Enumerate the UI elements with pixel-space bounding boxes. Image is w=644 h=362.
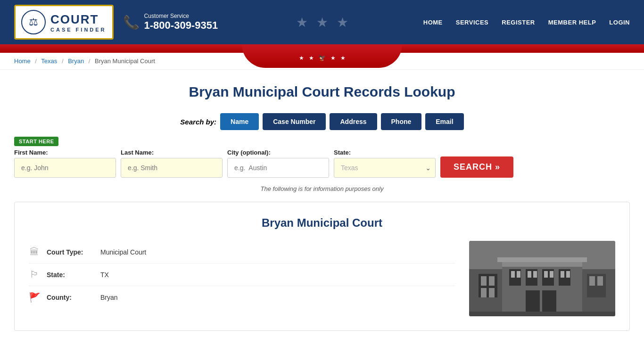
logo: ⚖ COURT CASE FINDER [14,5,114,40]
nav-login[interactable]: LOGIN [609,19,630,26]
svg-rect-16 [550,271,553,278]
breadcrumb-sep: / [35,58,37,65]
header-phone: 📞 Customer Service 1-800-309-9351 [123,13,218,32]
court-info-layout: 🏛 Court Type: Municipal Court 🏳 State: T… [29,241,615,316]
svg-rect-12 [528,271,531,278]
tab-address[interactable]: Address [330,113,377,130]
table-row: 🏛 Court Type: Municipal Court [29,241,455,263]
state-detail-value: TX [100,271,109,279]
county-value: Bryan [100,294,118,301]
star-icon: ★ [299,55,304,61]
nav-home[interactable]: HOME [423,19,443,26]
svg-rect-27 [469,312,615,316]
logo-emblem: ⚖ [21,10,46,34]
arch-bar: ★ ★ 🦅 ★ ★ [0,44,644,53]
site-header: ⚖ COURT CASE FINDER 📞 Customer Service 1… [0,0,644,44]
star-icon: ★ [337,15,348,30]
start-here-badge: START HERE [14,137,58,146]
court-type-value: Municipal Court [100,248,146,256]
state-group: State: Texas Alabama Alaska California F… [334,149,436,178]
svg-rect-26 [597,276,603,286]
svg-rect-4 [489,276,495,286]
court-type-icon: 🏛 [29,247,40,257]
svg-rect-9 [511,271,515,278]
breadcrumb-texas[interactable]: Texas [41,58,57,65]
phone-details: Customer Service 1-800-309-9351 [144,13,218,32]
header-decoration: ★ ★ ★ [296,15,348,30]
svg-rect-15 [544,271,548,278]
star-icon: ★ [309,55,314,61]
header-left: ⚖ COURT CASE FINDER 📞 Customer Service 1… [14,5,218,40]
phone-number: 1-800-309-9351 [144,19,218,32]
star-icon: ★ [296,15,308,30]
last-name-label: Last Name: [121,149,223,156]
main-content: Bryan Municipal Court Records Lookup Sea… [0,70,644,345]
nav-member-help[interactable]: MEMBER HELP [548,19,596,26]
search-button[interactable]: SEARCH » [440,156,513,178]
state-select[interactable]: Texas Alabama Alaska California Florida … [334,158,436,178]
last-name-group: Last Name: [121,149,223,178]
nav-services[interactable]: SERVICES [456,19,489,26]
logo-court-label: COURT [50,12,107,27]
svg-rect-13 [533,271,537,278]
search-section: START HERE First Name: Last Name: City (… [14,137,630,178]
svg-rect-25 [589,276,595,286]
last-name-input[interactable] [121,158,223,178]
main-nav: HOME SERVICES REGISTER MEMBER HELP LOGIN [423,19,630,26]
breadcrumb-current: Bryan Municipal Court [95,58,155,65]
svg-rect-18 [561,271,564,278]
svg-rect-23 [497,257,587,262]
phone-icon: 📞 [123,15,140,30]
state-wrapper: Texas Alabama Alaska California Florida … [334,158,436,178]
breadcrumb-home[interactable]: Home [14,58,31,65]
info-note: The following is for information purpose… [14,185,630,192]
logo-text: COURT CASE FINDER [50,12,107,33]
city-label: City (optional): [227,149,329,156]
stars-top: ★ ★ ★ [296,15,348,30]
building-illustration [469,241,615,316]
svg-rect-10 [517,271,520,278]
state-flag-icon: 🏳 [29,269,40,280]
breadcrumb-sep: / [62,58,64,65]
breadcrumb-sep: / [89,58,91,65]
star-icon: ★ [340,55,346,61]
state-label: State: [334,149,436,156]
logo-case-finder-label: CASE FINDER [50,27,107,33]
court-info-box: Bryan Municipal Court 🏛 Court Type: Muni… [14,202,630,331]
svg-rect-5 [481,288,487,297]
city-group: City (optional): [227,149,329,178]
tab-name[interactable]: Name [220,113,259,130]
customer-service-label: Customer Service [144,13,218,19]
arch-curve: ★ ★ 🦅 ★ ★ [242,44,402,68]
county-icon: 🚩 [29,292,40,303]
table-row: 🏳 State: TX [29,263,455,286]
svg-rect-6 [489,288,495,297]
court-image [469,241,615,316]
city-input[interactable] [227,158,329,178]
search-form: First Name: Last Name: City (optional): … [14,149,630,178]
eagle-icon: 🦅 [319,55,326,61]
star-icon: ★ [316,15,328,30]
court-type-label: Court Type: [47,248,94,256]
svg-rect-19 [566,271,570,278]
arch-decoration: ★ ★ 🦅 ★ ★ [299,55,346,61]
nav-register[interactable]: REGISTER [502,19,535,26]
county-label: County: [47,294,94,301]
first-name-input[interactable] [14,158,116,178]
table-row: 🚩 County: Bryan [29,286,455,309]
search-by-label: Search by: [180,118,216,126]
court-details: 🏛 Court Type: Municipal Court 🏳 State: T… [29,241,455,316]
first-name-group: First Name: [14,149,116,178]
first-name-label: First Name: [14,149,116,156]
star-icon: ★ [330,55,336,61]
tab-case-number[interactable]: Case Number [263,113,326,130]
svg-rect-3 [481,276,487,286]
tab-phone[interactable]: Phone [381,113,422,130]
page-title: Bryan Municipal Court Records Lookup [14,84,630,100]
breadcrumb-bryan[interactable]: Bryan [68,58,84,65]
search-by-row: Search by: Name Case Number Address Phon… [14,113,630,130]
state-detail-label: State: [47,271,94,279]
tab-email[interactable]: Email [425,113,463,130]
court-box-title: Bryan Municipal Court [29,216,615,230]
